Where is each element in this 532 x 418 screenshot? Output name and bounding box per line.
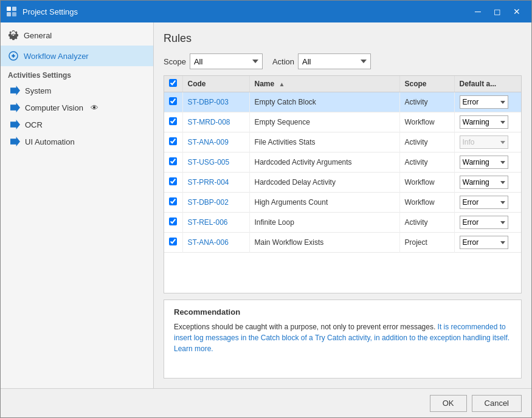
code-link[interactable]: ST-DBP-002 [188,198,229,207]
row-code: ST-DBP-002 [182,193,249,213]
row-checkbox[interactable] [169,137,177,145]
select-all-checkbox[interactable] [169,79,177,87]
svg-rect-2 [7,12,11,16]
title-bar: Project Settings ─ ◻ ✕ [1,1,531,22]
row-code: ST-MRD-008 [182,112,249,132]
recommendation-blue-text: It is recommended to insert log messages… [174,323,510,342]
row-scope: Activity [399,152,454,173]
svg-rect-1 [12,7,16,11]
col-header-scope: Scope [399,76,454,92]
col-header-code: Code [182,76,249,92]
row-name: Empty Catch Block [249,92,399,112]
svg-point-5 [12,55,15,57]
row-scope: Activity [399,92,454,112]
row-name: High Arguments Count [249,193,399,213]
table-wrapper[interactable]: Code Name ▲ Scope Default [164,76,521,293]
code-link[interactable]: ST-ANA-006 [188,238,229,247]
row-checkbox[interactable] [169,117,177,125]
sidebar: General Workflow Analyzer Activities Set… [1,22,154,388]
row-scope: Workflow [399,193,454,213]
row-code: ST-PRR-004 [182,173,249,193]
cancel-button[interactable]: Cancel [472,395,522,412]
col-header-name[interactable]: Name ▲ [249,76,399,92]
workflow-analyzer-icon [8,50,19,61]
col-header-default: Default a... [454,76,521,92]
sidebar-general-label: General [24,31,52,40]
action-label: Action [272,57,294,66]
col-header-check [164,76,182,92]
row-name: Hardcoded Delay Activity [249,173,399,193]
code-link[interactable]: ST-USG-005 [188,158,230,166]
action-dropdown[interactable]: ErrorWarningInfo [460,95,508,109]
close-button[interactable]: ✕ [507,3,527,20]
activities-settings-label: Activities Settings [1,66,153,82]
table-row: ST-DBP-003Empty Catch BlockActivityError… [164,92,521,112]
code-link[interactable]: ST-REL-006 [188,218,228,227]
row-checkbox[interactable] [169,197,177,205]
maximize-button[interactable]: ◻ [488,3,507,20]
row-scope: Activity [399,213,454,233]
sidebar-item-general[interactable]: General [1,25,153,46]
code-link[interactable]: ST-DBP-003 [188,98,229,106]
sidebar-cv-label: Computer Vision [25,103,83,112]
minimize-button[interactable]: ─ [468,3,488,20]
table-row: ST-USG-005Hardcoded Activity ArgumentsAc… [164,152,521,173]
row-checkbox-cell [164,152,182,173]
sidebar-workflow-label: Workflow Analyzer [24,52,89,61]
bottom-bar: OK Cancel [1,388,531,417]
scope-filter-group: Scope All [164,53,263,69]
action-dropdown[interactable]: ErrorWarningInfo [460,115,508,129]
row-name: File Activities Stats [249,132,399,152]
sidebar-item-ui-automation[interactable]: UI Automation [1,133,153,150]
rules-table-container: Code Name ▲ Scope Default [164,75,522,293]
action-dropdown[interactable]: ErrorWarningInfo [460,156,508,169]
table-row: ST-ANA-006Main Workflow ExistsProjectErr… [164,233,521,253]
gear-icon [8,30,19,41]
action-filter-group: Action All [272,53,371,69]
table-row: ST-DBP-002High Arguments CountWorkflowEr… [164,193,521,213]
row-name: Empty Sequence [249,112,399,132]
row-default-action: ErrorWarningInfo [454,152,521,173]
sidebar-item-ocr[interactable]: OCR [1,116,153,133]
row-checkbox[interactable] [169,157,177,165]
row-scope: Workflow [399,173,454,193]
recommendation-text: Exceptions should be caught with a purpo… [174,321,511,354]
action-dropdown[interactable]: ErrorWarningInfo [460,216,508,229]
table-header-row: Code Name ▲ Scope Default [164,76,521,92]
main-layout: General Workflow Analyzer Activities Set… [1,22,531,388]
sidebar-system-label: System [25,86,51,95]
code-link[interactable]: ST-ANA-009 [188,138,229,146]
code-link[interactable]: ST-MRD-008 [188,118,230,126]
eye-icon: 👁 [91,103,98,112]
row-checkbox[interactable] [169,238,177,245]
action-select[interactable]: All [298,53,371,69]
row-code: ST-ANA-009 [182,132,249,152]
row-code: ST-ANA-006 [182,233,249,253]
row-checkbox-cell [164,193,182,213]
cv-arrow-icon [10,103,20,112]
ok-button[interactable]: OK [430,395,467,412]
row-name: Main Workflow Exists [249,233,399,253]
row-checkbox-cell [164,213,182,233]
row-checkbox[interactable] [169,218,177,225]
row-name: Hardcoded Activity Arguments [249,152,399,173]
scope-select[interactable]: All [190,53,263,69]
sidebar-item-computer-vision[interactable]: Computer Vision 👁 [1,99,153,116]
project-settings-window: Project Settings ─ ◻ ✕ General [0,0,532,418]
action-dropdown[interactable]: ErrorWarningInfo [460,196,508,209]
sidebar-item-workflow-analyzer[interactable]: Workflow Analyzer [1,46,153,66]
row-code: ST-USG-005 [182,152,249,173]
table-row: ST-ANA-009File Activities StatsActivityE… [164,132,521,152]
sidebar-item-system[interactable]: System [1,82,153,99]
title-bar-controls: ─ ◻ ✕ [468,3,527,20]
action-dropdown[interactable]: ErrorWarningInfo [460,176,508,189]
action-dropdown[interactable]: ErrorWarningInfo [460,135,508,149]
learn-more-link[interactable]: Learn more. [174,344,213,353]
row-checkbox[interactable] [169,177,177,185]
row-scope: Activity [399,132,454,152]
row-checkbox-cell [164,233,182,253]
action-dropdown[interactable]: ErrorWarningInfo [460,236,508,249]
code-link[interactable]: ST-PRR-004 [188,178,229,187]
row-checkbox[interactable] [169,97,177,105]
row-default-action: ErrorWarningInfo [454,233,521,253]
